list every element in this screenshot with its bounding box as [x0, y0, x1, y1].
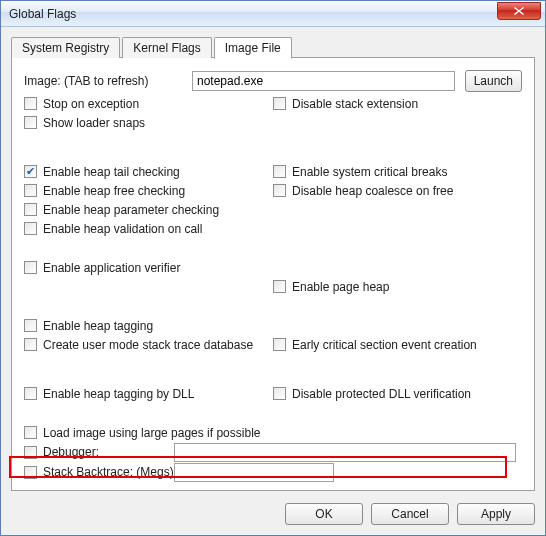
checkbox-icon — [24, 338, 37, 351]
stack-backtrace-input[interactable] — [174, 463, 334, 482]
image-label: Image: (TAB to refresh) — [24, 74, 192, 88]
chk-heap-tagging-dll[interactable]: Enable heap tagging by DLL — [24, 384, 273, 403]
chk-label: Debugger: — [43, 445, 99, 459]
chk-enable-heap-tagging[interactable]: Enable heap tagging — [24, 316, 273, 335]
chk-show-loader-snaps[interactable]: Show loader snaps — [24, 113, 273, 132]
checkbox-icon — [24, 97, 37, 110]
chk-large-pages[interactable]: Load image using large pages if possible — [24, 423, 522, 442]
chk-label: Create user mode stack trace database — [43, 338, 253, 352]
checkbox-icon — [273, 184, 286, 197]
chk-early-crit-section[interactable]: Early critical section event creation — [273, 335, 522, 354]
chk-label: Enable heap validation on call — [43, 222, 202, 236]
tabs: System Registry Kernel Flags Image File — [11, 35, 535, 57]
chk-label: Enable heap parameter checking — [43, 203, 219, 217]
checkbox-icon — [24, 203, 37, 216]
checkbox-icon — [273, 280, 286, 293]
chk-enable-heap-free[interactable]: Enable heap free checking — [24, 181, 273, 200]
cancel-button[interactable]: Cancel — [371, 503, 449, 525]
checkbox-icon — [24, 426, 37, 439]
tab-kernel-flags[interactable]: Kernel Flags — [122, 37, 211, 58]
dialog-footer: OK Cancel Apply — [1, 495, 545, 535]
close-button[interactable] — [497, 2, 541, 20]
checkbox-icon — [24, 446, 37, 459]
chk-label: Disable stack extension — [292, 97, 418, 111]
chk-label: Enable application verifier — [43, 261, 180, 275]
chk-label: Enable system critical breaks — [292, 165, 447, 179]
tab-system-registry[interactable]: System Registry — [11, 37, 120, 58]
chk-enable-sys-crit-breaks[interactable]: Enable system critical breaks — [273, 162, 522, 181]
chk-debugger[interactable]: Debugger: — [24, 443, 174, 462]
checkbox-icon — [273, 338, 286, 351]
apply-button[interactable]: Apply — [457, 503, 535, 525]
image-row: Image: (TAB to refresh) Launch — [24, 70, 522, 92]
chk-label: Disable heap coalesce on free — [292, 184, 453, 198]
chk-enable-app-verifier[interactable]: Enable application verifier — [24, 258, 273, 277]
checkbox-icon — [24, 319, 37, 332]
chk-label: Load image using large pages if possible — [43, 426, 260, 440]
chk-label: Stop on exception — [43, 97, 139, 111]
checkbox-icon — [24, 466, 37, 479]
chk-label: Enable heap tail checking — [43, 165, 180, 179]
chk-enable-heap-valid[interactable]: Enable heap validation on call — [24, 219, 273, 238]
chk-stack-trace-db[interactable]: Create user mode stack trace database — [24, 335, 273, 354]
right-column: Disable stack extension — [273, 94, 522, 132]
checkbox-icon — [24, 387, 37, 400]
debugger-input[interactable] — [174, 443, 516, 462]
debugger-row: Debugger: — [24, 442, 522, 462]
chk-disable-heap-coalesce[interactable]: Disable heap coalesce on free — [273, 181, 522, 200]
tab-image-file[interactable]: Image File — [214, 37, 292, 59]
chk-label: Show loader snaps — [43, 116, 145, 130]
left-column: Stop on exception Show loader snaps — [24, 94, 273, 132]
chk-label: Early critical section event creation — [292, 338, 477, 352]
chk-enable-page-heap[interactable]: Enable page heap — [273, 277, 522, 296]
checkbox-icon: ✔ — [24, 165, 37, 178]
chk-label: Stack Backtrace: (Megs) — [43, 465, 174, 479]
chk-stack-backtrace[interactable]: Stack Backtrace: (Megs) — [24, 463, 174, 482]
checkbox-icon — [24, 116, 37, 129]
image-input[interactable] — [192, 71, 455, 91]
chk-stop-on-exception[interactable]: Stop on exception — [24, 94, 273, 113]
chk-label: Enable heap tagging by DLL — [43, 387, 194, 401]
dialog-body: System Registry Kernel Flags Image File … — [1, 27, 545, 495]
checkbox-icon — [24, 184, 37, 197]
chk-enable-heap-tail[interactable]: ✔ Enable heap tail checking — [24, 162, 273, 181]
window: Global Flags System Registry Kernel Flag… — [0, 0, 546, 536]
chk-disable-dll-verification[interactable]: Disable protected DLL verification — [273, 384, 522, 403]
ok-button[interactable]: OK — [285, 503, 363, 525]
tab-panel: Image: (TAB to refresh) Launch Stop on e… — [11, 57, 535, 491]
chk-label: Enable heap tagging — [43, 319, 153, 333]
checkbox-icon — [24, 222, 37, 235]
close-icon — [514, 7, 524, 15]
checkbox-icon — [273, 165, 286, 178]
checkbox-icon — [273, 387, 286, 400]
chk-disable-stack-extension[interactable]: Disable stack extension — [273, 94, 522, 113]
chk-enable-heap-param[interactable]: Enable heap parameter checking — [24, 200, 273, 219]
window-title: Global Flags — [9, 7, 497, 21]
checkbox-icon — [24, 261, 37, 274]
titlebar: Global Flags — [1, 1, 545, 27]
chk-label: Disable protected DLL verification — [292, 387, 471, 401]
chk-label: Enable page heap — [292, 280, 389, 294]
launch-button[interactable]: Launch — [465, 70, 522, 92]
checkbox-icon — [273, 97, 286, 110]
chk-label: Enable heap free checking — [43, 184, 185, 198]
stack-backtrace-row: Stack Backtrace: (Megs) — [24, 462, 522, 482]
